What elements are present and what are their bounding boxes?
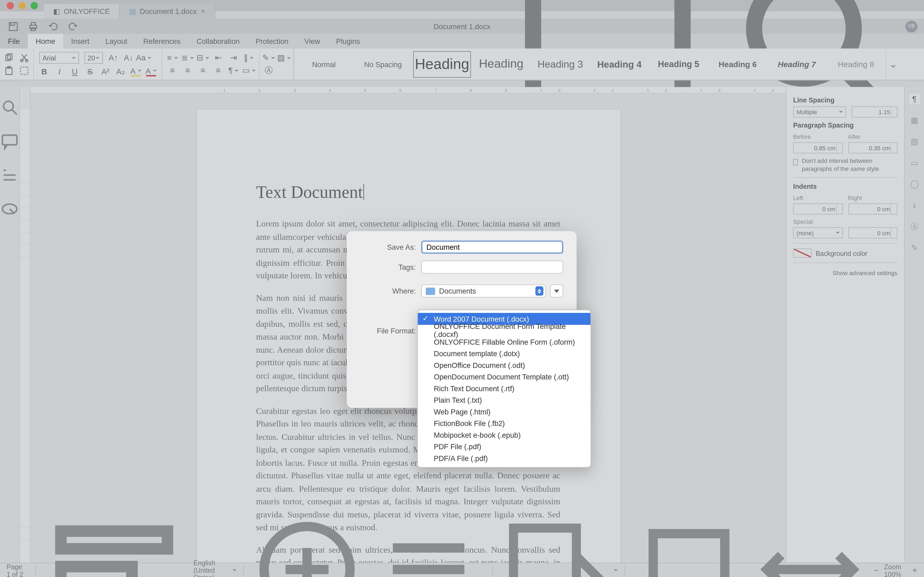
file-format-dropdown: Word 2007 Document (.docx)ONLYOFFICE Doc… (417, 309, 591, 467)
folder-icon (426, 287, 435, 295)
save-as-input[interactable] (421, 240, 563, 254)
expand-browse-button[interactable] (550, 284, 563, 298)
format-option[interactable]: Rich Text Document (.rtf) (418, 383, 591, 394)
format-option[interactable]: Document template (.dotx) (418, 348, 591, 359)
tags-label: Tags: (360, 263, 416, 271)
save-as-label: Save As: (360, 243, 416, 251)
format-option[interactable]: FictionBook File (.fb2) (418, 417, 591, 429)
format-option[interactable]: PDF File (.pdf) (418, 441, 591, 452)
file-format-label: File Format: (360, 327, 416, 335)
where-select[interactable]: Documents (421, 284, 546, 298)
tags-input[interactable] (421, 260, 563, 274)
updown-icon (536, 286, 544, 296)
format-option[interactable]: PDF/A File (.pdf) (418, 452, 591, 464)
format-option[interactable]: ONLYOFFICE Document Form Template (.docx… (418, 325, 591, 336)
format-option[interactable]: OpenOffice Document (.odt) (418, 359, 591, 371)
format-option[interactable]: Mobipocket e-book (.epub) (418, 429, 591, 441)
format-option[interactable]: Web Page (.html) (418, 406, 591, 417)
format-option[interactable]: OpenDocument Document Template (.ott) (418, 371, 591, 383)
format-option[interactable]: ONLYOFFICE Fillable Online Form (.oform) (418, 336, 591, 348)
where-label: Where: (360, 287, 416, 295)
format-option[interactable]: Plain Text (.txt) (418, 394, 591, 406)
